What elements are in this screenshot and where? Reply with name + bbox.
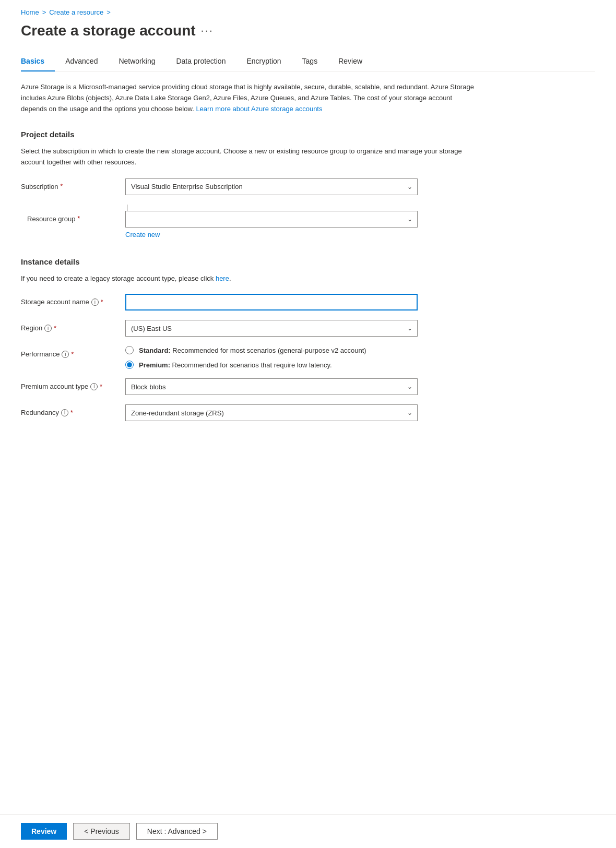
tab-data-protection[interactable]: Data protection xyxy=(165,52,236,71)
performance-required: * xyxy=(71,351,74,358)
redundancy-required: * xyxy=(70,409,73,416)
region-dropdown-wrapper: (US) East US ⌄ xyxy=(125,320,418,337)
premium-account-type-dropdown-wrapper: Block blobs ⌄ xyxy=(125,378,418,395)
subscription-row: Subscription * Visual Studio Enterprise … xyxy=(21,178,475,195)
breadcrumb-home[interactable]: Home xyxy=(21,8,39,16)
instance-details-title: Instance details xyxy=(21,257,595,266)
tab-basics[interactable]: Basics xyxy=(21,52,55,71)
redundancy-control: Zone-redundant storage (ZRS) ⌄ xyxy=(125,404,475,421)
next-button[interactable]: Next : Advanced > xyxy=(136,823,218,840)
performance-row: Performance i * Standard: Recommended fo… xyxy=(21,346,475,369)
region-info-icon[interactable]: i xyxy=(44,325,52,332)
previous-button[interactable]: < Previous xyxy=(73,823,130,840)
review-button[interactable]: Review xyxy=(21,823,67,840)
tab-tags[interactable]: Tags xyxy=(292,52,328,71)
storage-account-name-label: Storage account name i * xyxy=(21,294,125,306)
redundancy-row: Redundancy i * Zone-redundant storage (Z… xyxy=(21,404,475,421)
tab-bar: Basics Advanced Networking Data protecti… xyxy=(21,52,595,71)
performance-premium-radio[interactable] xyxy=(125,361,134,369)
storage-account-name-required: * xyxy=(101,298,103,306)
premium-account-type-control: Block blobs ⌄ xyxy=(125,378,475,395)
description-block: Azure Storage is a Microsoft-managed ser… xyxy=(21,82,475,114)
subscription-dropdown[interactable]: Visual Studio Enterprise Subscription xyxy=(125,178,418,195)
page-title-menu-icon[interactable]: ··· xyxy=(201,24,214,38)
breadcrumb-sep2: > xyxy=(106,8,111,16)
storage-account-name-control xyxy=(125,294,475,310)
project-details-section: Project details Select the subscription … xyxy=(21,130,595,238)
breadcrumb: Home > Create a resource > xyxy=(21,8,595,16)
performance-label: Performance i * xyxy=(21,346,125,358)
breadcrumb-sep1: > xyxy=(42,8,46,16)
page-title: Create a storage account xyxy=(21,22,196,39)
legacy-here-link[interactable]: here xyxy=(216,274,229,282)
performance-info-icon[interactable]: i xyxy=(62,351,69,358)
breadcrumb-create-resource[interactable]: Create a resource xyxy=(49,8,103,16)
storage-account-name-input[interactable] xyxy=(125,294,418,310)
storage-account-name-row: Storage account name i * xyxy=(21,294,475,310)
instance-details-section: Instance details If you need to create a… xyxy=(21,257,595,422)
subscription-required: * xyxy=(61,183,63,190)
learn-more-link[interactable]: Learn more about Azure storage accounts xyxy=(196,105,322,113)
resource-group-control: ⌄ Create new xyxy=(125,211,475,238)
tab-encryption[interactable]: Encryption xyxy=(236,52,291,71)
subscription-label: Subscription * xyxy=(21,178,125,190)
resource-group-dropdown-wrapper: ⌄ xyxy=(125,211,418,228)
bottom-bar: Review < Previous Next : Advanced > xyxy=(0,814,616,848)
region-label: Region i * xyxy=(21,320,125,332)
resource-group-dropdown[interactable] xyxy=(125,211,418,228)
instance-note: If you need to create a legacy storage a… xyxy=(21,273,595,284)
premium-account-type-info-icon[interactable]: i xyxy=(90,383,98,390)
performance-control: Standard: Recommended for most scenarios… xyxy=(125,346,475,369)
redundancy-info-icon[interactable]: i xyxy=(61,409,68,416)
region-control: (US) East US ⌄ xyxy=(125,320,475,337)
project-details-title: Project details xyxy=(21,130,595,139)
premium-account-type-row: Premium account type i * Block blobs ⌄ xyxy=(21,378,475,395)
premium-account-type-dropdown[interactable]: Block blobs xyxy=(125,378,418,395)
region-row: Region i * (US) East US ⌄ xyxy=(21,320,475,337)
performance-standard-radio[interactable] xyxy=(125,346,134,354)
performance-standard-option[interactable]: Standard: Recommended for most scenarios… xyxy=(125,346,475,354)
region-required: * xyxy=(54,325,56,332)
subscription-dropdown-wrapper: Visual Studio Enterprise Subscription ⌄ xyxy=(125,178,418,195)
performance-premium-option[interactable]: Premium: Recommended for scenarios that … xyxy=(125,361,475,369)
project-details-description: Select the subscription in which to crea… xyxy=(21,146,475,168)
performance-standard-label: Standard: Recommended for most scenarios… xyxy=(139,347,366,354)
redundancy-dropdown-wrapper: Zone-redundant storage (ZRS) ⌄ xyxy=(125,404,418,421)
performance-premium-label: Premium: Recommended for scenarios that … xyxy=(139,361,332,369)
redundancy-dropdown[interactable]: Zone-redundant storage (ZRS) xyxy=(125,404,418,421)
premium-account-type-required: * xyxy=(100,383,102,390)
resource-group-required: * xyxy=(78,215,80,222)
create-new-link[interactable]: Create new xyxy=(125,231,160,238)
resource-group-label: Resource group * xyxy=(21,211,125,223)
premium-account-type-label: Premium account type i * xyxy=(21,378,125,390)
region-dropdown[interactable]: (US) East US xyxy=(125,320,418,337)
tab-review[interactable]: Review xyxy=(328,52,373,71)
performance-radio-group: Standard: Recommended for most scenarios… xyxy=(125,346,475,369)
subscription-control: Visual Studio Enterprise Subscription ⌄ xyxy=(125,178,475,195)
redundancy-label: Redundancy i * xyxy=(21,404,125,416)
resource-group-row: Resource group * ⌄ Create new xyxy=(21,211,475,238)
tab-networking[interactable]: Networking xyxy=(108,52,165,71)
tab-advanced[interactable]: Advanced xyxy=(55,52,108,71)
storage-account-name-info-icon[interactable]: i xyxy=(91,298,99,306)
